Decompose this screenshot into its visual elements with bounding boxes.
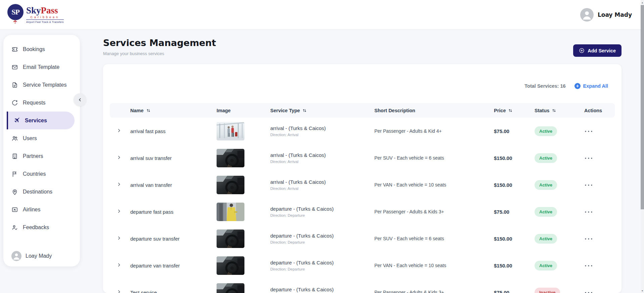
brand-subtitle: Airport Fast Track & Transfers bbox=[26, 19, 64, 24]
page-header: Services Management Manage your business… bbox=[103, 38, 622, 57]
row-expand-button[interactable] bbox=[117, 288, 124, 293]
user-name: Loay Mady bbox=[598, 11, 632, 18]
service-price: $75.00 bbox=[494, 209, 535, 215]
chevron-right-icon bbox=[117, 289, 124, 293]
page-title: Services Management bbox=[103, 38, 216, 48]
column-header-status[interactable]: Status bbox=[535, 108, 584, 113]
envelope-icon bbox=[11, 64, 18, 71]
column-header-service-type[interactable]: Service Type bbox=[270, 108, 374, 113]
row-actions-button[interactable] bbox=[584, 261, 594, 268]
sidebar-item-label: Countries bbox=[23, 171, 46, 177]
sort-arrows-icon bbox=[302, 108, 307, 113]
sidebar-item-label: Email Template bbox=[23, 64, 59, 70]
status-badge: Active bbox=[535, 180, 557, 190]
status-badge: Active bbox=[535, 207, 557, 217]
building-icon bbox=[11, 153, 18, 160]
sidebar-item-partners[interactable]: Partners bbox=[3, 147, 80, 165]
sidebar-item-label: Bookings bbox=[23, 46, 45, 52]
map-pin-icon bbox=[11, 189, 18, 195]
service-price: $150.00 bbox=[494, 236, 535, 242]
sidebar-item-label: Users bbox=[23, 135, 37, 141]
row-expand-button[interactable] bbox=[117, 180, 124, 188]
services-table-card: Total Services: 16 Expand All NameImageS… bbox=[103, 64, 622, 293]
row-actions-button[interactable] bbox=[584, 208, 594, 214]
scroll-down-arrow-icon[interactable]: ▼ bbox=[641, 288, 644, 293]
column-header-image: Image bbox=[217, 108, 270, 113]
sidebar-item-airlines[interactable]: Airlines bbox=[3, 201, 80, 218]
skypass-logo-mark: SP ✈ bbox=[7, 4, 24, 26]
sidebar-item-services[interactable]: Services bbox=[7, 112, 75, 129]
sidebar-item-label: Airlines bbox=[23, 207, 40, 213]
sort-arrows-icon bbox=[146, 108, 151, 113]
row-actions-button[interactable] bbox=[584, 127, 594, 134]
column-label: Price bbox=[494, 108, 506, 113]
sidebar-item-users[interactable]: Users bbox=[3, 129, 80, 147]
sidebar-item-feedbacks[interactable]: Feedbacks bbox=[3, 218, 80, 236]
status-badge: Active bbox=[535, 126, 557, 136]
chevron-right-icon bbox=[117, 155, 124, 160]
service-name: arrival fast pass bbox=[130, 128, 217, 134]
feedback-icon bbox=[11, 224, 18, 231]
airport-travelers-photo bbox=[217, 122, 244, 140]
table-row-test-service: Test servicedeparture - (Turks & Caicos)… bbox=[103, 279, 622, 293]
row-expand-button[interactable] bbox=[117, 127, 124, 134]
column-header-short-description: Short Description bbox=[374, 108, 494, 113]
sidebar-collapse-button[interactable] bbox=[74, 93, 86, 106]
sidebar-item-service-templates[interactable]: Service Templates bbox=[3, 76, 80, 94]
service-type: departure - (Turks & Caicos) bbox=[270, 287, 374, 292]
service-price: $150.00 bbox=[494, 155, 535, 161]
scroll-up-arrow-icon[interactable]: ▲ bbox=[641, 0, 644, 5]
service-description: Per Passenger - Adults & Kid 4+ bbox=[374, 128, 494, 134]
car-interior-photo bbox=[217, 229, 244, 248]
column-label: Status bbox=[535, 108, 549, 113]
sidebar-item-bookings[interactable]: Bookings bbox=[3, 40, 80, 58]
row-expand-button[interactable] bbox=[117, 207, 124, 215]
table-body: arrival fast passarrival - (Turks & Caic… bbox=[103, 118, 622, 293]
brand-name: SkyPass bbox=[26, 6, 64, 15]
service-price: $150.00 bbox=[494, 182, 535, 188]
service-direction: Direction: Arrival bbox=[270, 186, 374, 191]
plus-circle-icon bbox=[579, 48, 585, 53]
scrollbar-thumb[interactable] bbox=[641, 5, 644, 209]
yellow-coat-photo bbox=[217, 203, 244, 221]
service-type: arrival - (Turks & Caicos) bbox=[270, 179, 374, 185]
service-direction: Direction: Departure bbox=[270, 267, 374, 271]
sidebar-item-countries[interactable]: Countries bbox=[3, 165, 80, 183]
row-actions-button[interactable] bbox=[584, 288, 594, 293]
row-expand-button[interactable] bbox=[117, 261, 124, 268]
sidebar-item-requests[interactable]: Requests bbox=[3, 94, 80, 112]
ellipsis-icon bbox=[584, 235, 594, 241]
column-label: Service Type bbox=[270, 108, 300, 113]
table-header-row: NameImageService TypeShort DescriptionPr… bbox=[110, 103, 615, 118]
topbar: SP ✈ SkyPass Caribbean Airport Fast Trac… bbox=[0, 0, 644, 29]
sidebar-item-email-template[interactable]: Email Template bbox=[3, 58, 80, 76]
expand-all-label: Expand All bbox=[583, 83, 608, 89]
sidebar-user[interactable]: Loay Mady bbox=[11, 251, 52, 261]
car-interior-photo bbox=[217, 256, 244, 275]
sidebar-item-destinations[interactable]: Destinations bbox=[3, 183, 80, 201]
row-actions-button[interactable] bbox=[584, 181, 594, 187]
row-expand-button[interactable] bbox=[117, 154, 124, 161]
column-header-price[interactable]: Price bbox=[494, 108, 535, 113]
skypass-monogram: SP bbox=[7, 4, 24, 20]
topbar-user-menu[interactable]: Loay Mady bbox=[580, 8, 632, 22]
service-direction: Direction: Arrival bbox=[270, 160, 374, 164]
page-scrollbar[interactable]: ▲ ▼ bbox=[641, 0, 644, 293]
table-row-departure-van-transfer: departure van transferdeparture - (Turks… bbox=[103, 252, 622, 279]
column-header-name[interactable]: Name bbox=[130, 108, 217, 113]
service-description: Per SUV - Each vehicle = 6 seats bbox=[374, 236, 494, 241]
skypass-logo[interactable]: SP ✈ SkyPass Caribbean Airport Fast Trac… bbox=[7, 4, 64, 26]
row-expand-button[interactable] bbox=[117, 234, 124, 242]
add-service-button[interactable]: Add Service bbox=[573, 44, 622, 57]
table-row-arrival-fast-pass: arrival fast passarrival - (Turks & Caic… bbox=[103, 118, 622, 144]
expand-all-button[interactable]: Expand All bbox=[574, 83, 608, 89]
service-type: departure - (Turks & Caicos) bbox=[270, 233, 374, 239]
column-label: Name bbox=[130, 108, 144, 113]
plane-icon bbox=[13, 117, 20, 124]
user-avatar-icon bbox=[11, 251, 21, 261]
ellipsis-icon bbox=[584, 262, 594, 267]
ellipsis-icon bbox=[584, 289, 594, 293]
sidebar-item-label: Requests bbox=[23, 100, 46, 106]
row-actions-button[interactable] bbox=[584, 235, 594, 241]
row-actions-button[interactable] bbox=[584, 154, 594, 161]
